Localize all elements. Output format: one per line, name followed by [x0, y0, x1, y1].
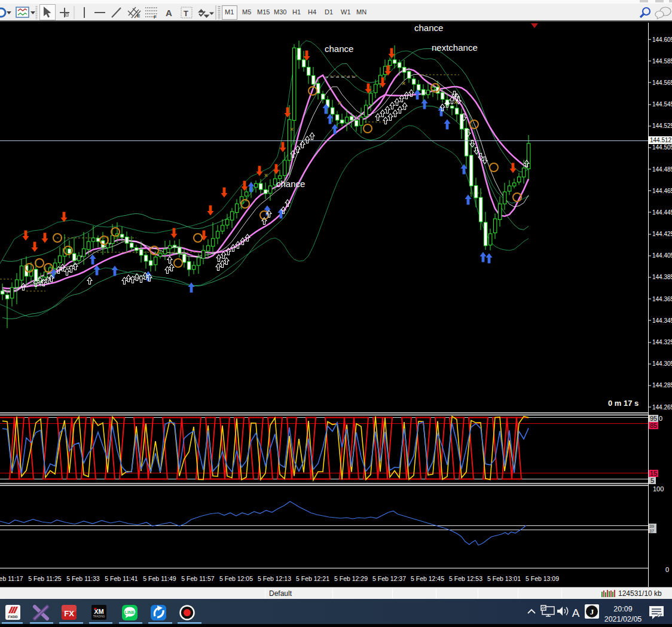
svg-text:chance: chance	[414, 23, 443, 33]
svg-text:chance: chance	[325, 44, 353, 54]
svg-text:5: 5	[650, 477, 654, 484]
svg-text:37: 37	[649, 529, 654, 533]
svg-text:5 Feb 12:45: 5 Feb 12:45	[411, 575, 444, 582]
svg-text:144.512: 144.512	[650, 137, 672, 143]
svg-text:144.525: 144.525	[652, 123, 672, 129]
svg-text:0: 0	[659, 415, 662, 422]
svg-text:95: 95	[650, 415, 657, 422]
svg-text:2021/02/05: 2021/02/05	[604, 615, 642, 623]
svg-text:×: ×	[338, 99, 341, 106]
svg-text:chance: chance	[276, 179, 305, 189]
svg-text:×: ×	[290, 126, 294, 133]
svg-text:5 Feb 11:57: 5 Feb 11:57	[181, 575, 214, 582]
svg-text:A: A	[572, 607, 580, 619]
svg-text:0: 0	[665, 566, 669, 573]
svg-text:144.405: 144.405	[652, 252, 672, 259]
svg-text:144.265: 144.265	[652, 404, 672, 411]
svg-text:5 Feb 11:49: 5 Feb 11:49	[143, 575, 176, 582]
svg-text:J: J	[590, 607, 594, 616]
svg-text:FXDD: FXDD	[8, 615, 18, 619]
svg-text:F: F	[154, 14, 157, 20]
svg-text:E: E	[137, 13, 140, 19]
svg-text:5 Feb 11:41: 5 Feb 11:41	[105, 575, 138, 582]
svg-text:5 Feb 12:37: 5 Feb 12:37	[372, 575, 406, 582]
svg-text:144.385: 144.385	[652, 274, 672, 280]
svg-text:144.365: 144.365	[652, 296, 672, 302]
svg-text:15: 15	[650, 470, 657, 477]
svg-text:144.605: 144.605	[652, 36, 672, 43]
svg-text:144.425: 144.425	[652, 231, 672, 237]
svg-text:144.285: 144.285	[652, 382, 672, 389]
svg-text:144.585: 144.585	[652, 58, 672, 65]
svg-text:5 Feb 11:17: 5 Feb 11:17	[0, 575, 23, 582]
svg-text:A: A	[166, 8, 172, 18]
svg-text:5 Feb 12:29: 5 Feb 12:29	[334, 575, 368, 582]
svg-text:FX: FX	[64, 609, 74, 618]
svg-text:85: 85	[650, 422, 657, 429]
svg-text:100: 100	[653, 485, 664, 493]
svg-text:5 Feb 13:09: 5 Feb 13:09	[526, 575, 559, 582]
svg-text:nextchance: nextchance	[432, 42, 478, 53]
svg-text:5 Feb 12:13: 5 Feb 12:13	[258, 575, 291, 582]
svg-text:5 Feb 13:01: 5 Feb 13:01	[487, 575, 521, 582]
svg-text:144.465: 144.465	[652, 188, 672, 194]
svg-text:5 Feb 11:33: 5 Feb 11:33	[66, 575, 99, 582]
svg-text:144.545: 144.545	[652, 101, 672, 108]
svg-text:144.505: 144.505	[652, 144, 672, 151]
svg-text:5 Feb 12:21: 5 Feb 12:21	[296, 575, 329, 582]
svg-text:144.325: 144.325	[652, 339, 672, 345]
svg-text:144.305: 144.305	[652, 360, 672, 367]
svg-text:144.445: 144.445	[652, 209, 672, 216]
svg-text:T: T	[184, 9, 188, 18]
svg-text:5 Feb 12:53: 5 Feb 12:53	[449, 575, 482, 582]
svg-text:5 Feb 11:25: 5 Feb 11:25	[28, 575, 61, 582]
svg-text:144.565: 144.565	[652, 79, 672, 86]
svg-text:144.485: 144.485	[652, 166, 672, 173]
svg-text:LINE: LINE	[124, 610, 135, 615]
svg-text:39: 39	[649, 524, 654, 528]
svg-text:×: ×	[402, 79, 405, 87]
svg-text:144.345: 144.345	[652, 317, 672, 324]
svg-text:0 m 17 s: 0 m 17 s	[608, 399, 639, 408]
svg-text:5 Feb 12:05: 5 Feb 12:05	[219, 575, 253, 582]
svg-text:×: ×	[264, 172, 268, 179]
svg-text:TRADING: TRADING	[93, 615, 105, 618]
svg-text:20:09: 20:09	[613, 605, 632, 613]
